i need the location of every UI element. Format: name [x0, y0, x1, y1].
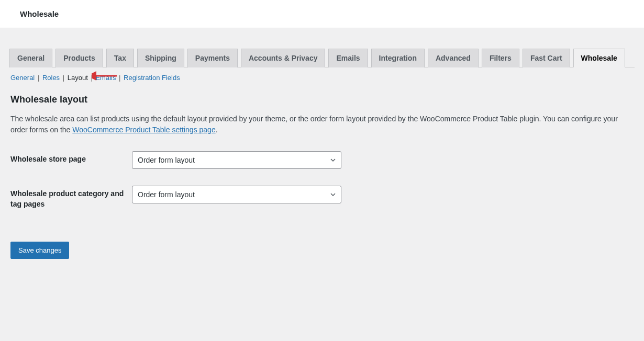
- separator: |: [38, 74, 41, 82]
- page-header-title: Wholesale: [20, 9, 624, 18]
- tab-shipping[interactable]: Shipping: [137, 49, 184, 67]
- main-content: General Products Tax Shipping Payments A…: [0, 48, 644, 268]
- subnav-emails[interactable]: Emails: [95, 74, 116, 82]
- subnav-roles[interactable]: Roles: [42, 74, 60, 82]
- store-page-select-wrap: Order form layout: [132, 151, 341, 169]
- separator: |: [91, 74, 94, 82]
- store-page-label: Wholesale store page: [10, 151, 132, 165]
- cat-tag-pages-select-wrap: Order form layout: [132, 186, 341, 203]
- tab-fast-cart[interactable]: Fast Cart: [523, 49, 570, 67]
- cat-tag-pages-select-value: Order form layout: [138, 190, 195, 199]
- separator: |: [63, 74, 66, 82]
- section-description: The wholesale area can list products usi…: [9, 113, 635, 135]
- tab-wholesale[interactable]: Wholesale: [573, 49, 625, 67]
- subnav-registration-fields[interactable]: Registration Fields: [124, 74, 180, 82]
- tab-payments[interactable]: Payments: [187, 49, 238, 67]
- tab-general[interactable]: General: [9, 49, 52, 67]
- section-title: Wholesale layout: [9, 94, 635, 105]
- tab-filters[interactable]: Filters: [482, 49, 519, 67]
- tab-tax[interactable]: Tax: [106, 49, 134, 67]
- subnav-general[interactable]: General: [10, 74, 35, 82]
- desc-text-post: .: [216, 126, 218, 134]
- tab-accounts-privacy[interactable]: Accounts & Privacy: [241, 49, 326, 67]
- settings-tabs: General Products Tax Shipping Payments A…: [9, 48, 635, 67]
- tab-emails[interactable]: Emails: [328, 49, 368, 67]
- store-page-select[interactable]: Order form layout: [132, 151, 341, 169]
- field-row-cat-tag-pages: Wholesale product category and tag pages…: [9, 186, 635, 209]
- sub-nav: General | Roles | Layout | Emails | Regi…: [9, 67, 635, 88]
- page-header: Wholesale: [0, 0, 644, 28]
- cat-tag-pages-label: Wholesale product category and tag pages: [10, 186, 132, 209]
- subnav-layout[interactable]: Layout: [68, 74, 88, 82]
- tab-advanced[interactable]: Advanced: [428, 49, 479, 67]
- cat-tag-pages-select[interactable]: Order form layout: [132, 186, 341, 203]
- desc-settings-link[interactable]: WooCommerce Product Table settings page: [72, 126, 215, 134]
- store-page-select-value: Order form layout: [138, 156, 195, 164]
- save-button[interactable]: Save changes: [10, 242, 69, 259]
- tab-integration[interactable]: Integration: [371, 49, 425, 67]
- tab-products[interactable]: Products: [55, 49, 103, 67]
- separator: |: [119, 74, 123, 82]
- field-row-store-page: Wholesale store page Order form layout: [9, 151, 635, 169]
